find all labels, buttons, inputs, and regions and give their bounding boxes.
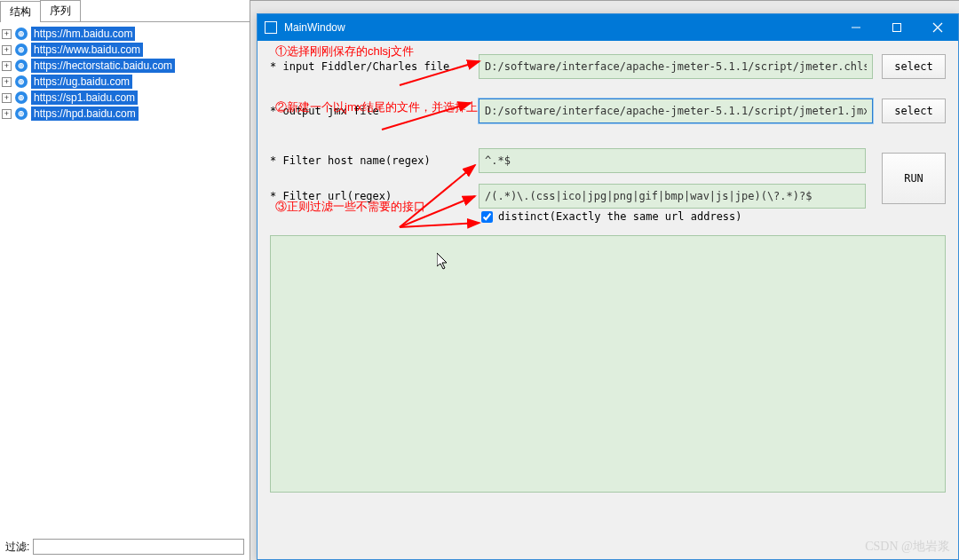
tree-item[interactable]: +⊕https://hectorstatic.baidu.com [2,58,248,74]
filter-host-field[interactable] [479,148,866,173]
select-input-button[interactable]: select [882,54,946,79]
filter-bar: 过滤: [5,539,244,555]
tree-item[interactable]: +⊕https://hm.baidu.com [2,26,248,42]
svg-rect-1 [893,24,901,32]
window-controls [836,14,958,41]
titlebar[interactable]: MainWindow [258,14,958,41]
annotation-1: ①选择刚刚保存的chlsj文件 [275,43,414,59]
distinct-label: distinct(Exactly the same url address) [498,210,742,223]
filter-url-field[interactable] [479,184,866,209]
tab-structure[interactable]: 结构 [0,1,41,22]
window-content: * input Fiddler/Charles file select ①选择刚… [258,41,958,501]
tab-sequence[interactable]: 序列 [40,0,81,21]
globe-icon: ⊕ [15,107,28,120]
globe-icon: ⊕ [15,59,28,72]
filter-label: 过滤: [5,540,29,555]
annotation-3: ③正则过滤一些不需要的接口 [275,199,425,215]
main-window: MainWindow * input Fiddler/Charles file … [257,13,959,560]
label-input-file: * input Fiddler/Charles file [270,60,479,73]
annotation-2: ②新建一个以jmx结尾的文件，并选择上 [275,99,478,115]
expand-icon[interactable]: + [2,45,12,55]
globe-icon: ⊕ [15,75,28,88]
distinct-row: distinct(Exactly the same url address) [481,210,946,223]
expand-icon[interactable]: + [2,77,12,87]
output-file-field[interactable] [479,99,873,123]
tree-label: https://hectorstatic.baidu.com [31,59,175,73]
globe-icon: ⊕ [15,91,28,104]
left-sidebar: 结构 序列 +⊕https://hm.baidu.com +⊕https://w… [0,0,250,560]
tree-item[interactable]: +⊕https://ug.baidu.com [2,74,248,90]
window-title: MainWindow [284,21,836,34]
filter-input[interactable] [33,539,244,555]
tree-label: https://hm.baidu.com [31,27,135,41]
expand-icon[interactable]: + [2,93,12,103]
tree-item[interactable]: +⊕https://www.baidu.com [2,42,248,58]
tree-label: https://ug.baidu.com [31,75,132,89]
watermark: CSDN @地岩浆 [865,539,950,555]
output-textarea[interactable] [270,235,946,493]
tree-item[interactable]: +⊕https://sp1.baidu.com [2,90,248,106]
label-filter-host: * Filter host name(regex) [270,154,479,167]
tree-label: https://www.baidu.com [31,43,143,57]
select-output-button[interactable]: select [882,99,946,123]
globe-icon: ⊕ [15,28,28,40]
distinct-checkbox[interactable] [481,211,493,223]
url-tree: +⊕https://hm.baidu.com +⊕https://www.bai… [0,22,250,125]
row-filter-host: * Filter host name(regex) [270,148,866,173]
expand-icon[interactable]: + [2,61,12,71]
tree-label: https://hpd.baidu.com [31,106,139,121]
input-file-field[interactable] [479,54,873,79]
expand-icon[interactable]: + [2,29,12,39]
minimize-button[interactable] [836,14,876,41]
tree-item[interactable]: +⊕https://hpd.baidu.com [2,106,248,122]
sidebar-tabs: 结构 序列 [0,0,250,22]
window-icon [265,21,277,34]
run-button[interactable]: RUN [882,153,946,204]
close-button[interactable] [917,14,958,41]
expand-icon[interactable]: + [2,109,12,119]
globe-icon: ⊕ [15,43,28,56]
tree-label: https://sp1.baidu.com [31,91,138,105]
maximize-button[interactable] [876,14,917,41]
